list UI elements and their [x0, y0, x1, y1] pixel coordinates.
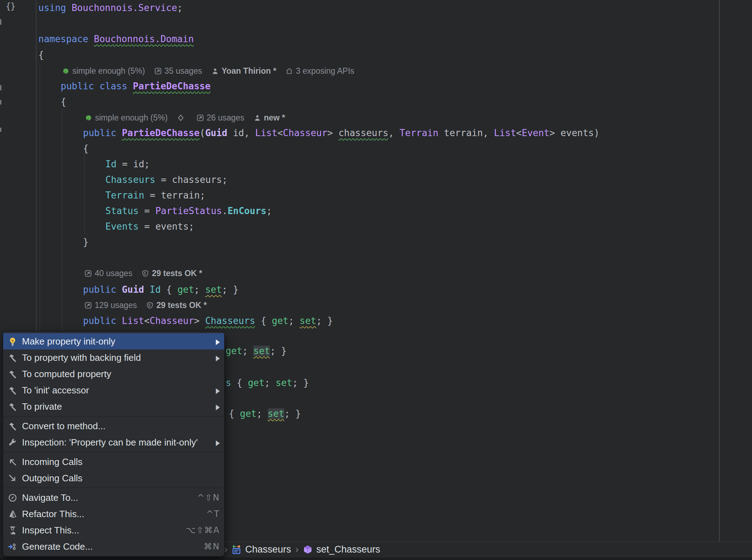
method-icon [303, 545, 313, 554]
annotation-text[interactable]: 3 exposing APIs [296, 66, 354, 76]
code-token: } [83, 237, 89, 247]
annotation-text[interactable]: Yoan Thirion * [222, 66, 276, 76]
menu-item-to-property-with-backing-field[interactable]: To property with backing field▶ [3, 349, 224, 366]
annotation-text[interactable]: simple enough (5%) [95, 113, 168, 123]
code-line: public class PartieDeChasse [61, 78, 211, 94]
code-token: ; } [270, 346, 287, 356]
menu-item-navigate-to[interactable]: Navigate To...^⇧N [3, 489, 224, 506]
code-token: ; } [222, 284, 238, 295]
code-token: List [255, 128, 277, 138]
code-token: ; [177, 2, 183, 13]
code-line: Events = events; [105, 219, 194, 234]
code-token: ; [144, 159, 150, 169]
code-token: ; [222, 174, 228, 185]
code-token: ; [256, 408, 267, 419]
rider-editor-window: {} using Bouchonnois.Service;namespace B… [0, 0, 752, 560]
menu-separator [4, 452, 224, 452]
menu-item-convert-to-method[interactable]: Convert to method... [3, 418, 224, 434]
code-token: get [226, 346, 242, 356]
menu-item-to-init-accessor[interactable]: To 'init' accessor▶ [3, 382, 224, 398]
menu-item-shortcut: ^⇧N [197, 493, 220, 503]
code-token: ( [200, 128, 205, 138]
code-token: , [483, 128, 494, 138]
code-token: Bouchonnois.Service [72, 2, 177, 13]
menu-item-inspection-property-can-be-made-init-only[interactable]: Inspection: 'Property can be made init-o… [3, 434, 224, 450]
tests-shield-icon [146, 302, 154, 309]
inspect-icon [8, 526, 17, 535]
annotation-text[interactable]: 129 usages [95, 301, 137, 310]
menu-separator [4, 416, 224, 416]
exposing-apis-icon [286, 67, 293, 75]
outgoing-calls-icon [8, 474, 17, 483]
breadcrumb-item-chasseurs[interactable]: Chasseurs [232, 544, 291, 555]
code-token: { [231, 377, 248, 388]
menu-item-label: Inspection: 'Property can be made init-o… [22, 437, 198, 448]
code-token [144, 284, 150, 295]
code-line: public List<Chasseur> Chasseurs { get; s… [83, 313, 333, 329]
menu-item-generate-code[interactable]: Generate Code...⌘N [3, 538, 224, 555]
code-token: List [122, 315, 144, 326]
code-token: ; } [316, 315, 333, 326]
menu-item-refactor-this[interactable]: Refactor This...^T [3, 506, 224, 522]
code-line: s { get; set; } [226, 375, 309, 391]
code-token: ; [194, 284, 205, 295]
context-menu: Make property init-only▶To property with… [3, 331, 225, 556]
code-token: , [388, 128, 399, 138]
usages-icon [154, 67, 162, 75]
code-line: } [83, 234, 89, 250]
code-token: using [38, 2, 72, 13]
code-token: Chasseurs [205, 315, 255, 326]
usages-icon [84, 302, 92, 309]
code-token: > [327, 128, 338, 138]
code-token: ; } [292, 377, 309, 388]
menu-item-inspect-this[interactable]: Inspect This...⌥⇧⌘A [3, 522, 224, 538]
code-token: terrain [161, 190, 200, 201]
code-token [227, 128, 233, 138]
property-icon [232, 545, 241, 554]
code-token: Chasseur [150, 315, 194, 326]
generate-icon [8, 542, 17, 551]
annotation-text[interactable]: new * [264, 113, 285, 123]
code-token: public [83, 284, 122, 295]
menu-item-to-computed-property[interactable]: To computed property [3, 366, 224, 382]
tests-shield-icon [142, 270, 149, 277]
annotation-text[interactable]: 40 usages [95, 269, 132, 278]
menu-item-label: Navigate To... [22, 492, 78, 503]
menu-item-label: Outgoing Calls [22, 473, 83, 484]
code-token: get [248, 377, 265, 388]
annotation-text[interactable]: 35 usages [165, 66, 202, 76]
code-token: set [253, 346, 270, 356]
code-token: set [300, 315, 316, 326]
code-token: Event [522, 128, 549, 138]
annotation-text[interactable]: 26 usages [207, 113, 244, 123]
menu-item-label: To property with backing field [22, 352, 141, 363]
code-token: = [139, 221, 155, 232]
annotation-text[interactable]: simple enough (5%) [72, 66, 145, 76]
code-line: using Bouchonnois.Service; [38, 0, 183, 16]
annotation-text[interactable]: 29 tests OK * [156, 301, 207, 310]
code-token: { [255, 315, 272, 326]
code-line: { get; set; } [229, 406, 301, 421]
code-vision-annotation-line: simple enough (5%)35 usagesYoan Thirion … [62, 65, 354, 77]
code-vision-annotation-line: simple enough (5%)26 usagesnew * [85, 111, 285, 124]
code-token: List [494, 128, 516, 138]
menu-item-to-private[interactable]: To private▶ [3, 398, 224, 415]
code-token: id [133, 159, 144, 169]
submenu-arrow-icon: ▶ [216, 386, 220, 395]
annotation-text[interactable]: 29 tests OK * [152, 269, 202, 278]
code-token: ; [265, 377, 276, 388]
indent-guide [84, 152, 85, 235]
menu-item-make-property-init-only[interactable]: Make property init-only▶ [3, 333, 224, 349]
menu-item-outgoing-calls[interactable]: Outgoing Calls [3, 470, 224, 486]
braces-gutter-icon[interactable]: {} [6, 1, 15, 11]
code-token: . [222, 206, 228, 216]
code-token: Terrain [399, 128, 438, 138]
breadcrumb-item-set-chasseurs[interactable]: set_Chasseurs [303, 544, 380, 555]
submenu-arrow-icon: ▶ [216, 353, 220, 362]
code-line: { [83, 141, 89, 156]
code-token: { [229, 408, 240, 419]
menu-item-incoming-calls[interactable]: Incoming Calls [3, 454, 224, 470]
breadcrumb-label: set_Chasseurs [316, 544, 380, 555]
clipped-line-number [0, 19, 1, 25]
hammer-icon [8, 386, 17, 395]
